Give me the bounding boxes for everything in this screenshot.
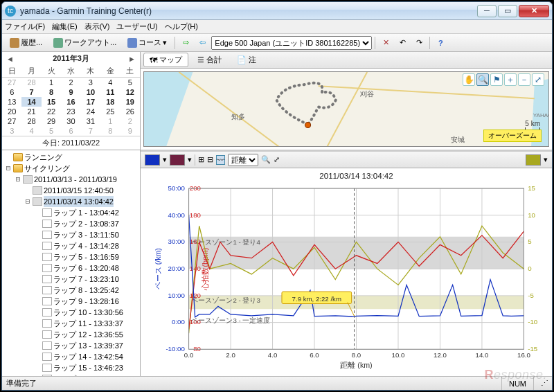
dropdown-icon[interactable]: ▾ — [188, 155, 192, 164]
chart-canvas[interactable]: 2011/03/14 13:04:420.02.04.06.08.010.012… — [141, 168, 552, 376]
series-hr-toggle[interactable] — [170, 154, 185, 166]
tree-item[interactable]: ラップ 11 - 13:33:37 — [53, 318, 123, 329]
tree-item[interactable]: ラップ 13 - 13:39:37 — [53, 340, 123, 351]
cal-prev[interactable]: ◄ — [6, 55, 14, 63]
zoom-tool[interactable]: 🔍 — [476, 73, 489, 86]
cal-day[interactable]: 4 — [100, 78, 120, 88]
cal-day[interactable]: 15 — [42, 97, 61, 107]
cal-day[interactable]: 28 — [21, 116, 41, 126]
history-button[interactable]: 履歴... — [5, 35, 47, 50]
tab-map[interactable]: 🗺マップ — [143, 53, 188, 67]
cal-day[interactable]: 1 — [42, 78, 61, 88]
tree-item[interactable]: サイクリング — [24, 163, 70, 174]
cal-day[interactable]: 8 — [42, 87, 61, 97]
tree-item[interactable]: ランニング — [24, 152, 62, 163]
cal-day[interactable]: 9 — [120, 126, 140, 136]
menu-user[interactable]: ユーザー(U) — [116, 21, 157, 32]
maximize-button[interactable]: ▭ — [498, 5, 517, 17]
tree-item[interactable]: ラップ 8 - 13:25:42 — [53, 285, 119, 296]
calendar-grid[interactable]: 日月火水木金土272812345678910111213141516171819… — [2, 65, 140, 136]
undo-button[interactable]: ↶ — [395, 36, 410, 50]
tree-item[interactable]: ラップ 5 - 13:16:59 — [53, 251, 119, 262]
tree-item[interactable]: ラップ 10 - 13:30:56 — [53, 307, 123, 318]
cal-day[interactable]: 10 — [81, 87, 100, 97]
cal-today[interactable]: 今日: 2011/03/22 — [2, 136, 140, 150]
cal-day[interactable]: 23 — [61, 107, 80, 116]
tree-item[interactable]: 2011/03/15 12:40:50 — [44, 185, 114, 196]
menu-view[interactable]: 表示(V) — [84, 21, 110, 32]
chart-mode-2[interactable]: ⊟ — [207, 155, 213, 164]
cal-day[interactable]: 31 — [81, 116, 100, 126]
send-to-device-button[interactable]: ⇨ — [178, 36, 193, 50]
cal-day[interactable]: 13 — [2, 97, 21, 107]
device-select[interactable]: Edge 500 Japan (ユニットID 3801162285) — [211, 36, 372, 50]
cal-day[interactable]: 25 — [100, 107, 120, 116]
cal-day[interactable]: 18 — [100, 97, 120, 107]
cal-day[interactable]: 7 — [21, 87, 41, 97]
cal-day[interactable]: 12 — [120, 87, 140, 97]
cal-day[interactable]: 21 — [21, 107, 41, 116]
cal-day[interactable]: 14 — [21, 97, 41, 107]
cal-day[interactable]: 2 — [120, 116, 140, 126]
redo-button[interactable]: ↷ — [411, 36, 427, 50]
cal-day[interactable]: 6 — [2, 87, 21, 97]
cal-day[interactable]: 3 — [81, 78, 100, 88]
cal-day[interactable]: 5 — [42, 126, 61, 136]
tab-totals[interactable]: ☰合計 — [191, 53, 228, 67]
cal-day[interactable]: 2 — [61, 78, 80, 88]
series-pace-toggle[interactable] — [145, 154, 160, 166]
cal-next[interactable]: ► — [128, 55, 136, 63]
cal-day[interactable]: 16 — [61, 97, 80, 107]
menu-help[interactable]: ヘルプ(H) — [165, 21, 198, 32]
tree-item[interactable]: ラップ 6 - 13:20:48 — [53, 262, 119, 274]
cal-day[interactable]: 27 — [2, 78, 21, 88]
tree-item[interactable]: ラップ 4 - 13:14:28 — [53, 240, 119, 251]
minimize-button[interactable]: ─ — [477, 5, 497, 17]
tab-notes[interactable]: 📄注 — [231, 53, 262, 67]
cal-day[interactable]: 5 — [120, 78, 140, 88]
tree-item[interactable]: ラップ 15 - 13:46:23 — [53, 362, 123, 373]
cal-day[interactable]: 7 — [81, 126, 100, 136]
cal-day[interactable]: 28 — [21, 78, 41, 88]
close-button[interactable]: ✕ — [519, 5, 549, 17]
chart-zoom-fit[interactable]: ⤢ — [274, 155, 280, 164]
cal-day[interactable]: 9 — [61, 87, 80, 97]
cal-day[interactable]: 19 — [120, 97, 140, 107]
cal-day[interactable]: 20 — [2, 107, 21, 116]
cal-day[interactable]: 3 — [2, 126, 21, 136]
chart-mode-1[interactable]: ⊞ — [198, 155, 204, 164]
workout-button[interactable]: ワークアウト... — [48, 35, 121, 50]
delete-button[interactable]: ✕ — [378, 36, 393, 50]
dropdown-icon[interactable]: ▾ — [544, 155, 548, 164]
cal-day[interactable]: 30 — [61, 116, 80, 126]
receive-from-device-button[interactable]: ⇦ — [195, 36, 210, 50]
tree-item[interactable]: ラップ 7 - 13:23:10 — [53, 274, 119, 285]
cal-day[interactable]: 29 — [42, 116, 61, 126]
tree-item[interactable]: ラップ 14 - 13:42:54 — [53, 351, 123, 362]
course-button[interactable]: コース▾ — [123, 35, 172, 50]
cal-day[interactable]: 26 — [120, 107, 140, 116]
tree-item[interactable]: ラップ 1 - 13:04:42 — [53, 207, 119, 218]
menu-edit[interactable]: 編集(E) — [52, 21, 78, 32]
cal-day[interactable]: 1 — [100, 116, 120, 126]
help-button[interactable]: ? — [433, 36, 448, 50]
dropdown-icon[interactable]: ▾ — [163, 155, 167, 164]
activity-tree[interactable]: ランニング⊟サイクリング⊟2011/03/13 - 2011/03/192011… — [2, 150, 140, 376]
menu-file[interactable]: ファイル(F) — [5, 21, 45, 32]
xaxis-select[interactable]: 距離 — [228, 154, 258, 166]
zoom-fit-button[interactable]: ⤢ — [532, 73, 544, 86]
cal-day[interactable]: 6 — [61, 126, 80, 136]
tree-item[interactable]: ラップ 3 - 13:11:50 — [53, 229, 119, 240]
cal-day[interactable]: 17 — [81, 97, 100, 107]
cal-day[interactable]: 4 — [21, 126, 41, 136]
cal-day[interactable]: 11 — [100, 87, 120, 97]
tree-item[interactable]: 2011/03/14 13:04:42 — [44, 196, 114, 207]
tree-item[interactable]: ラップ 12 - 13:36:55 — [53, 329, 123, 340]
map-canvas[interactable]: 知多 刈谷 安城 YAHAGI ✋ 🔍 ⚑ ＋ － ⤢ 5 km オーバーズ — [143, 71, 549, 147]
cal-day[interactable]: 27 — [2, 116, 21, 126]
pan-tool[interactable]: ✋ — [463, 73, 475, 86]
zoom-out-button[interactable]: － — [518, 73, 530, 86]
series-elev-toggle[interactable] — [526, 154, 541, 166]
chart-mode-overlay[interactable]: 〰 — [216, 155, 225, 165]
tree-item[interactable]: 2011/03/13 - 2011/03/19 — [34, 174, 117, 185]
